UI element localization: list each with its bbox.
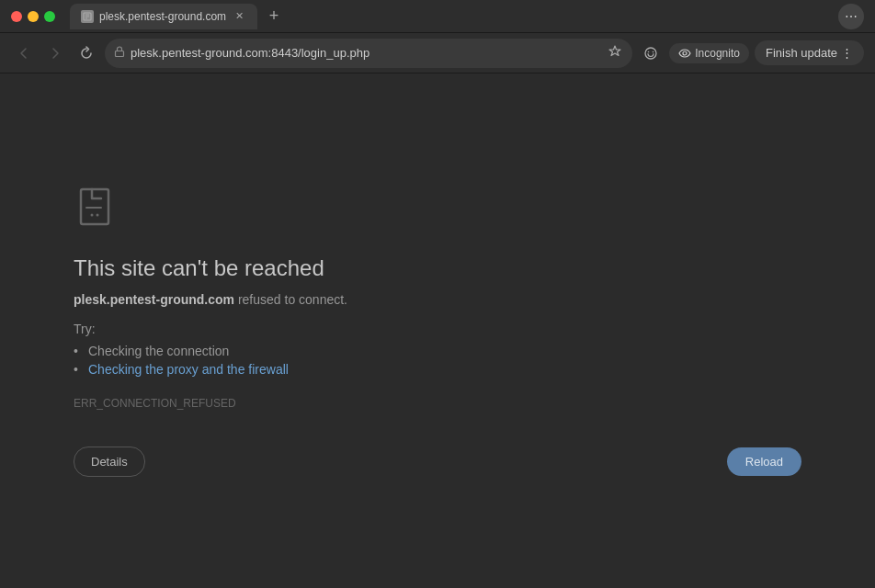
close-button[interactable] (11, 11, 22, 22)
suggestion-1: Checking the connection (74, 342, 289, 360)
svg-point-12 (97, 213, 99, 216)
svg-rect-4 (116, 51, 124, 57)
window-controls (11, 11, 55, 22)
window-action-button[interactable]: ⋯ (838, 4, 864, 29)
try-label: Try: (74, 322, 96, 336)
svg-point-11 (91, 213, 94, 216)
back-button[interactable] (11, 40, 37, 66)
forward-button[interactable] (42, 40, 68, 66)
details-button[interactable]: Details (74, 447, 145, 477)
error-icon (74, 186, 121, 233)
nav-bar: Incognito Finish update ⋮ (0, 33, 875, 74)
page-content: This site can't be reached plesk.pentest… (0, 74, 875, 588)
tab-title: plesk.pentest-ground.com (99, 10, 226, 23)
svg-point-5 (645, 48, 656, 59)
action-buttons: Details Reload (74, 447, 801, 477)
suggestions-list: Checking the connection Checking the pro… (74, 342, 289, 379)
title-bar: plesk.pentest-ground.com ✕ + ⋯ (0, 0, 875, 33)
active-tab[interactable]: plesk.pentest-ground.com ✕ (70, 4, 257, 29)
maximize-button[interactable] (44, 11, 55, 22)
error-hostname: plesk.pentest-ground.com (74, 292, 234, 307)
minimize-button[interactable] (28, 11, 39, 22)
finish-update-label: Finish update (766, 46, 837, 60)
finish-update-button[interactable]: Finish update ⋮ (755, 40, 864, 65)
error-code: ERR_CONNECTION_REFUSED (74, 397, 236, 410)
reload-button[interactable] (74, 40, 99, 66)
new-tab-button[interactable]: + (261, 4, 287, 29)
svg-point-8 (683, 51, 687, 55)
error-title: This site can't be reached (74, 255, 324, 281)
error-description: plesk.pentest-ground.com refused to conn… (74, 292, 347, 307)
svg-point-6 (648, 51, 650, 52)
svg-point-7 (653, 51, 654, 52)
more-options-icon: ⋮ (841, 46, 853, 60)
nav-right: Incognito Finish update ⋮ (638, 40, 864, 66)
address-input[interactable] (131, 46, 601, 60)
lock-icon (114, 46, 125, 60)
incognito-badge[interactable]: Incognito (669, 43, 749, 63)
proxy-firewall-link[interactable]: Checking the proxy and the firewall (88, 362, 289, 377)
tab-favicon (81, 10, 94, 23)
tab-bar: plesk.pentest-ground.com ✕ + (70, 4, 831, 29)
tab-close-button[interactable]: ✕ (232, 9, 246, 24)
error-suffix: refused to connect. (234, 292, 347, 307)
reload-page-button[interactable]: Reload (727, 447, 801, 476)
address-bar-container (105, 39, 632, 68)
incognito-label: Incognito (695, 47, 740, 60)
shield-button[interactable] (638, 40, 664, 66)
suggestion-2[interactable]: Checking the proxy and the firewall (74, 360, 289, 379)
bookmark-button[interactable] (607, 43, 623, 62)
